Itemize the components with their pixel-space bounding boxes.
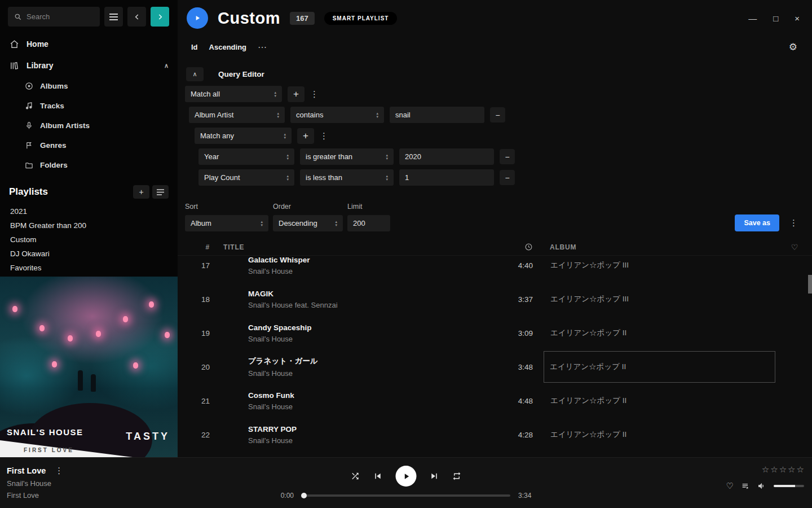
favorite-heart-button[interactable]: ♡ — [726, 481, 734, 491]
playlist-item[interactable]: BPM Greater than 200 — [0, 218, 178, 233]
add-playlist-button[interactable]: + — [133, 185, 149, 199]
next-button[interactable] — [429, 471, 440, 481]
sort-column: Sort Album — [185, 203, 268, 231]
match-type-select[interactable]: Match any — [195, 128, 292, 144]
search-icon — [14, 13, 22, 21]
repeat-button[interactable] — [452, 471, 462, 481]
elapsed-time: 0:00 — [275, 492, 294, 500]
menu-button[interactable] — [104, 7, 123, 27]
rule-field-select[interactable]: Play Count — [198, 169, 294, 186]
group-menu-button[interactable]: ⋮ — [320, 131, 328, 141]
seek-bar[interactable] — [302, 494, 510, 497]
track-menu-button[interactable]: ⋮ — [55, 466, 63, 476]
sort-field-button[interactable]: Id — [191, 43, 198, 51]
seek-knob[interactable] — [301, 493, 307, 498]
volume-button[interactable] — [757, 481, 766, 491]
group-menu-button[interactable]: ⋮ — [310, 89, 318, 99]
sort-select[interactable]: Album — [185, 215, 268, 231]
now-playing-info: First Love ⋮ Snail's House First Love — [7, 466, 63, 500]
search-input[interactable] — [27, 12, 94, 21]
queue-button[interactable] — [741, 481, 750, 491]
rule-operator-select[interactable]: is greater than — [300, 148, 394, 165]
more-options-button[interactable]: ⋯ — [258, 42, 268, 52]
track-album[interactable]: エイリアン☆ポップ II — [550, 384, 775, 418]
nav-forward-button[interactable] — [151, 7, 169, 27]
sidebar-item-genres[interactable]: Genres — [0, 135, 178, 155]
rule-value-input[interactable] — [390, 107, 484, 123]
remove-rule-button[interactable]: − — [490, 107, 505, 122]
nav-back-button[interactable] — [127, 7, 146, 27]
star-icon[interactable]: ☆ — [779, 465, 787, 475]
add-rule-button[interactable]: + — [288, 86, 304, 102]
playlist-list-view-button[interactable] — [152, 185, 169, 199]
track-album-focused[interactable]: エイリアン☆ポップ II — [544, 351, 775, 383]
star-icon[interactable]: ☆ — [770, 465, 778, 475]
play-pause-button[interactable] — [396, 466, 417, 487]
column-header-title[interactable]: TITLE — [213, 243, 497, 251]
star-icon[interactable]: ☆ — [797, 465, 804, 475]
table-row[interactable]: 21 Cosmo Funk Snail's House 4:48 エイリアン☆ポ… — [178, 384, 812, 418]
artwork-figure — [91, 374, 96, 392]
settings-gear-icon[interactable]: ⚙ — [789, 41, 797, 53]
order-select[interactable]: Descending — [273, 215, 343, 231]
table-row[interactable]: 22 STARRY POP Snail's House 4:28 エイリアン☆ポ… — [178, 418, 812, 452]
window-minimize-button[interactable]: — — [748, 14, 757, 23]
limit-input[interactable] — [347, 215, 390, 231]
playlists-header: Playlists + — [0, 175, 178, 204]
lantern-dot — [12, 306, 17, 312]
track-album[interactable]: エイリアン☆ポップ II — [550, 316, 775, 350]
search-box[interactable] — [8, 7, 100, 27]
star-icon[interactable]: ☆ — [762, 465, 769, 475]
sidebar-item-tracks[interactable]: Tracks — [0, 96, 178, 116]
playlist-item[interactable]: Favorites — [0, 261, 178, 275]
rule-field-select[interactable]: Year — [198, 148, 294, 165]
table-row[interactable]: 19 Candy Spaceship Snail's House 3:09 エイ… — [178, 316, 812, 350]
volume-slider[interactable] — [774, 485, 804, 487]
save-as-button[interactable]: Save as — [735, 214, 779, 231]
remove-rule-button[interactable]: − — [500, 170, 515, 185]
match-type-select[interactable]: Match all — [185, 86, 282, 102]
window-close-button[interactable]: × — [795, 14, 800, 23]
rule-field-select[interactable]: Album Artist — [189, 107, 285, 123]
remove-rule-button[interactable]: − — [500, 149, 515, 164]
rule-value-input[interactable] — [399, 169, 494, 186]
table-row[interactable]: 17 Galactic Whisper Snail's House 4:40 エ… — [178, 256, 812, 282]
chevron-up-icon: ∧ — [192, 71, 197, 78]
save-menu-button[interactable]: ⋮ — [789, 218, 797, 228]
sidebar-item-folders[interactable]: Folders — [0, 155, 178, 175]
track-album[interactable]: エイリアン☆ポップ II — [550, 418, 775, 452]
add-rule-button[interactable]: + — [297, 128, 314, 144]
sidebar-item-home[interactable]: Home — [0, 33, 178, 55]
star-icon[interactable]: ☆ — [788, 465, 795, 475]
sidebar-item-album-artists[interactable]: Album Artists — [0, 116, 178, 135]
query-editor-collapse-button[interactable]: ∧ — [186, 67, 204, 81]
playlist-item[interactable]: Custom — [0, 233, 178, 247]
window-maximize-button[interactable]: □ — [773, 14, 778, 23]
shuffle-icon — [351, 471, 360, 481]
rule-operator-select[interactable]: is less than — [300, 169, 394, 186]
sort-direction-button[interactable]: Ascending — [209, 43, 246, 51]
play-playlist-button[interactable] — [187, 7, 208, 29]
table-row[interactable]: 18 MAGIK Snail's House feat. Sennzai 3:3… — [178, 282, 812, 316]
previous-button[interactable] — [373, 471, 383, 481]
rule-operator-select[interactable]: contains — [290, 107, 384, 123]
table-row[interactable]: 20 プラネット・ガール Snail's House 3:48 エイリアン☆ポッ… — [178, 350, 812, 384]
minus-icon: − — [505, 152, 509, 161]
column-header-album[interactable]: ALBUM — [550, 243, 775, 251]
scrollbar-thumb[interactable] — [808, 275, 812, 294]
collapse-chevron-icon[interactable]: ∧ — [164, 62, 169, 69]
track-album[interactable]: エイリアン☆ポップ III — [550, 256, 775, 282]
shuffle-button[interactable] — [351, 471, 360, 481]
sidebar-item-albums[interactable]: Albums — [0, 76, 178, 96]
sidebar-item-library[interactable]: Library ∧ — [0, 55, 178, 76]
column-header-index[interactable]: # — [188, 243, 213, 251]
playlist-item[interactable]: 2021 — [0, 204, 178, 218]
app-window: Home Library ∧ Albums — [0, 0, 812, 508]
column-header-duration[interactable] — [497, 243, 533, 251]
rule-value-input[interactable] — [399, 148, 494, 165]
plus-icon: + — [303, 130, 308, 142]
now-playing-artwork[interactable]: SNAIL'S HOUSE FIRST LOVE TASTY — [0, 277, 178, 457]
playlist-item[interactable]: DJ Okawari — [0, 247, 178, 261]
track-album[interactable]: エイリアン☆ポップ III — [550, 282, 775, 316]
column-header-favorite[interactable]: ♡ — [775, 243, 798, 252]
